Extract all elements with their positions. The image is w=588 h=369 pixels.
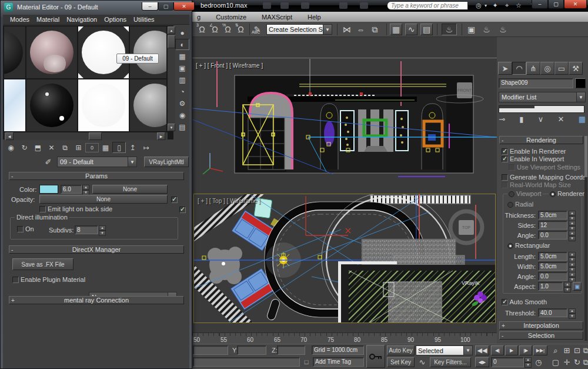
zoom-icon[interactable]: ⌕: [550, 345, 561, 355]
me-close-button[interactable]: ✕: [173, 2, 195, 11]
menu-partial[interactable]: g: [197, 14, 201, 21]
named-selection-set-dropdown[interactable]: Create Selection Se▼: [266, 24, 332, 35]
radial-radio-row[interactable]: Radial: [507, 201, 533, 208]
me-menu-options[interactable]: Options: [104, 16, 126, 23]
show-end-result-icon[interactable]: ▯: [112, 142, 126, 153]
sample-slot[interactable]: [26, 79, 77, 131]
remove-modifier-icon[interactable]: ✕: [557, 115, 564, 124]
emit-back-row[interactable]: Emit light on back side: [39, 205, 112, 212]
thickness-spinner[interactable]: ▲▼: [569, 211, 576, 220]
angle-spinner[interactable]: ▲▼: [569, 231, 576, 240]
width-spinner[interactable]: ▲▼: [569, 262, 576, 271]
mental-ray-rollout-header[interactable]: +mental ray Connection: [9, 296, 184, 304]
keyboard-override-icon[interactable]: ABC✎: [251, 24, 263, 35]
front-viewport-label[interactable]: [ + ] [ Front ] [ Wireframe ]: [196, 62, 263, 69]
current-frame-field[interactable]: 0: [491, 357, 524, 367]
me-maximize-button[interactable]: ▢: [158, 2, 173, 11]
length-field[interactable]: 5.0cm: [538, 252, 567, 261]
show-end-result-icon[interactable]: ▮: [519, 115, 523, 124]
aspect-spinner[interactable]: ▲▼: [564, 282, 571, 291]
material-editor-window[interactable]: G Material Editor - 09 - Default – ▢ ✕ M…: [0, 0, 192, 369]
make-unique-icon[interactable]: ∨: [538, 115, 544, 124]
graphite-toolbox-icon[interactable]: ▦: [390, 24, 402, 35]
quick-access-icon[interactable]: [280, 2, 289, 9]
sample-slot[interactable]: [130, 79, 166, 131]
renderer-radio-row[interactable]: Renderer: [549, 190, 586, 197]
real-world-checkbox[interactable]: [502, 182, 508, 188]
angle2-field[interactable]: 0.0: [538, 272, 567, 281]
top-viewport-label[interactable]: [ + ] [ Top ] [ Wireframe ]: [198, 198, 260, 204]
menu-maxscript[interactable]: MAXScript: [262, 14, 292, 21]
viewport-radio[interactable]: [509, 191, 514, 197]
color-multiplier-field[interactable]: 6.0: [61, 185, 82, 194]
aspect-field[interactable]: 1.0: [538, 282, 563, 291]
maximize-viewport-icon[interactable]: ⧉: [582, 357, 588, 367]
object-name-field[interactable]: Shape009: [499, 78, 573, 88]
key-filters-button[interactable]: Key Filters...: [430, 357, 471, 367]
pin-stack-icon[interactable]: ⊸: [499, 115, 505, 124]
enable-in-renderer-checkbox[interactable]: [502, 148, 508, 155]
rendering-rollout-header[interactable]: -Rendering: [499, 136, 583, 144]
generate-mapping-row[interactable]: Generate Mapping Coords.: [502, 174, 588, 181]
frame-spinner[interactable]: ▲▼: [524, 357, 532, 367]
maxscript-mini-listener[interactable]: [193, 357, 300, 367]
pick-material-eyedropper-icon[interactable]: ✐: [43, 157, 54, 167]
width-field[interactable]: 5.0cm: [538, 262, 567, 271]
me-menu-navigation[interactable]: Navigation: [66, 16, 97, 23]
dropdown-caret-icon[interactable]: ▼: [323, 25, 332, 34]
percent-snap-icon[interactable]: %Ω: [222, 24, 234, 35]
sample-slot-active[interactable]: [78, 26, 129, 78]
scroll-thumb[interactable]: [89, 132, 102, 140]
viewcube-top[interactable]: TOP: [459, 220, 474, 235]
quick-access-icon[interactable]: [360, 2, 368, 9]
snap-toggle-3d-icon[interactable]: 3Ω: [196, 24, 208, 35]
isolate-cube-icon[interactable]: □: [302, 357, 311, 367]
aspect-lock-button[interactable]: ▣: [573, 282, 582, 291]
zoom-extents-all-icon[interactable]: ⧉: [582, 345, 588, 355]
enable-in-viewport-checkbox[interactable]: [502, 156, 508, 162]
save-fx-file-button[interactable]: Save as .FX File: [12, 258, 74, 270]
real-world-row[interactable]: Real-World Map Size: [502, 181, 571, 188]
tab-hierarchy-icon[interactable]: ⋔: [526, 62, 540, 75]
on-row[interactable]: On: [17, 225, 34, 232]
previous-frame-button[interactable]: ◀|: [491, 345, 504, 355]
sample-slot[interactable]: [4, 79, 25, 131]
sample-type-icon[interactable]: ●: [175, 27, 189, 38]
use-viewport-settings-row[interactable]: Use Viewport Settings: [509, 164, 580, 171]
zoom-extents-icon[interactable]: ⊡: [572, 345, 582, 355]
x-coordinate-field[interactable]: [193, 345, 228, 355]
angle-field[interactable]: 0.0: [538, 231, 567, 240]
auto-smooth-checkbox[interactable]: [502, 299, 508, 305]
schematic-view-icon[interactable]: ▤: [420, 24, 433, 35]
rendered-frame-window-icon[interactable]: ▣: [465, 24, 477, 35]
material-id-channel-icon[interactable]: 0: [85, 143, 99, 152]
angle2-spinner[interactable]: ▲▼: [569, 272, 576, 281]
selection-rollout-header[interactable]: -Selection: [499, 331, 583, 340]
selection-filter-dropdown[interactable]: Selected▼: [416, 345, 473, 355]
me-menu-modes[interactable]: Modes: [10, 16, 29, 23]
interpolation-rollout-header[interactable]: +Interpolation: [499, 321, 583, 330]
search-caret-icon[interactable]: ▾: [483, 1, 489, 10]
renderer-radio[interactable]: [550, 191, 556, 197]
enable-in-viewport-row[interactable]: Enable In Viewport: [502, 155, 564, 162]
subdivs-spinner[interactable]: ▲▼: [99, 225, 106, 235]
material-name-dropdown[interactable]: 09 - Default▼: [57, 157, 137, 167]
quick-access-icon[interactable]: [301, 2, 309, 9]
material-map-navigator-icon[interactable]: ▤: [175, 121, 189, 132]
on-checkbox[interactable]: [17, 226, 24, 232]
show-map-in-viewport-icon[interactable]: ▦: [99, 142, 112, 153]
time-configuration-icon[interactable]: ◷: [533, 357, 544, 367]
tab-motion-icon[interactable]: ◎: [540, 62, 554, 75]
key-mode-toggle[interactable]: ◀▶: [475, 357, 489, 367]
radial-radio[interactable]: [507, 202, 513, 208]
align-icon[interactable]: ⇔: [355, 24, 367, 35]
length-spinner[interactable]: ▲▼: [569, 252, 576, 261]
spinner-snap-icon[interactable]: ⇅Ω: [235, 24, 247, 35]
background-icon[interactable]: ▦: [175, 51, 189, 62]
modifier-stack-list[interactable]: [499, 105, 584, 113]
set-keys-button[interactable]: [366, 345, 385, 368]
assign-material-to-selection-icon[interactable]: ⬒: [31, 142, 45, 153]
infocenter-search-input[interactable]: Type a keyword or phrase: [387, 1, 468, 10]
auto-smooth-row[interactable]: Auto Smooth: [502, 298, 547, 305]
object-color-swatch[interactable]: [575, 78, 586, 88]
